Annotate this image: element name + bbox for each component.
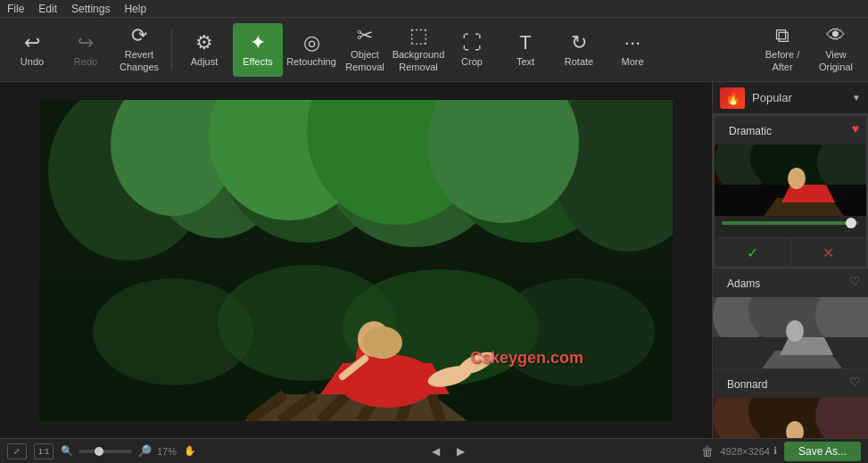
zoom-in-icon[interactable]: 🔎 [137, 444, 152, 458]
bottom-bar: ⤢ 1:1 🔍 🔎 17% ✋ ◀ ▶ 🗑 4928×3264 ℹ Save A… [0, 438, 868, 463]
save-as-button[interactable]: Save As... [784, 442, 861, 461]
effect-adams-name: Adams [720, 272, 767, 294]
category-dropdown[interactable]: 🔥 Popular ▼ [713, 82, 868, 114]
trees-svg [39, 100, 673, 421]
zoom-percent: 17% [157, 446, 177, 457]
svg-point-46 [786, 320, 804, 342]
photo-canvas: Cskeygen.com [39, 100, 673, 421]
dramatic-thumb-svg [715, 145, 866, 216]
canvas-area[interactable]: Cskeygen.com [0, 82, 712, 438]
dramatic-slider-thumb [846, 218, 856, 228]
effect-dramatic-thumb [715, 145, 866, 216]
effect-bonnard-heart[interactable]: ♡ [849, 375, 861, 389]
view-original-icon: 👁 [826, 26, 846, 45]
before-after-icon: ⧉ [775, 26, 789, 45]
effects-button[interactable]: ✦ Effects [233, 23, 283, 77]
rotate-icon: ↻ [571, 33, 587, 53]
before-after-button[interactable]: ⧉ Before /After [757, 23, 807, 77]
dropdown-arrow-icon: ▼ [852, 93, 861, 103]
fit-screen-button[interactable]: ⤢ [7, 443, 27, 459]
redo-icon: ↪ [78, 33, 94, 53]
effect-dramatic-heart[interactable]: ♥ [852, 121, 859, 136]
retouching-button[interactable]: ◎ Retouching [286, 23, 336, 77]
adjust-icon: ⚙ [195, 33, 213, 53]
hand-tool-icon[interactable]: ✋ [184, 445, 196, 457]
object-removal-icon: ✂ [357, 26, 373, 45]
background-removal-icon: ⬚ [409, 26, 428, 45]
image-info: 4928×3264 ℹ [721, 445, 777, 457]
popular-icon: 🔥 [720, 87, 745, 109]
adjust-button[interactable]: ⚙ Adjust [179, 23, 229, 77]
info-icon[interactable]: ℹ [773, 445, 777, 457]
background-removal-button[interactable]: ⬚ BackgroundRemoval [393, 23, 443, 77]
adams-thumb-svg [713, 297, 868, 368]
dramatic-actions: ✓ ✕ [715, 237, 866, 267]
dramatic-confirm-button[interactable]: ✓ [715, 238, 791, 267]
more-icon: ··· [624, 33, 641, 53]
effect-adams[interactable]: Adams ♡ [713, 269, 868, 369]
image-dimensions: 4928×3264 [721, 446, 770, 457]
menu-file[interactable]: File [7, 3, 24, 15]
more-button[interactable]: ··· More [608, 23, 657, 77]
svg-marker-45 [780, 337, 833, 355]
dramatic-slider-fill [722, 221, 852, 225]
delete-icon[interactable]: 🗑 [701, 444, 714, 459]
svg-point-38 [788, 168, 806, 189]
main-area: Cskeygen.com 🔥 Popular ▼ Dramatic ♥ [0, 82, 868, 438]
dramatic-cancel-button[interactable]: ✕ [791, 238, 867, 267]
menu-help[interactable]: Help [124, 3, 146, 15]
watermark: Cskeygen.com [470, 349, 583, 368]
bonnard-thumb-svg [713, 398, 868, 438]
effect-adams-heart[interactable]: ♡ [849, 274, 861, 288]
zoom-slider[interactable] [79, 450, 132, 453]
divider-1 [171, 30, 172, 70]
nav-prev-button[interactable]: ◀ [427, 442, 445, 460]
crop-button[interactable]: ⛶ Crop [447, 23, 497, 77]
effect-bonnard-thumb [713, 398, 868, 438]
redo-button[interactable]: ↪ Redo [61, 23, 111, 77]
revert-icon: ⟳ [131, 26, 147, 45]
undo-button[interactable]: ↩ Undo [7, 23, 57, 77]
effect-dramatic[interactable]: Dramatic ♥ [713, 114, 868, 269]
photo-background [39, 100, 673, 421]
dramatic-slider[interactable] [722, 221, 859, 225]
retouching-icon: ◎ [303, 33, 320, 53]
menu-edit[interactable]: Edit [38, 3, 57, 15]
object-removal-button[interactable]: ✂ ObjectRemoval [340, 23, 390, 77]
view-original-button[interactable]: 👁 ViewOriginal [811, 23, 861, 77]
revert-button[interactable]: ⟳ RevertChanges [114, 23, 164, 77]
svg-point-15 [494, 278, 655, 385]
zoom-slider-thumb [95, 447, 103, 456]
svg-point-27 [363, 327, 402, 359]
crop-icon: ⛶ [462, 33, 482, 53]
dropdown-label: Popular [752, 91, 845, 104]
zoom-out-icon[interactable]: 🔍 [61, 445, 73, 457]
effects-list[interactable]: Dramatic ♥ [713, 114, 868, 438]
effect-dramatic-name: Dramatic [722, 120, 779, 141]
toolbar: ↩ Undo ↪ Redo ⟳ RevertChanges ⚙ Adjust ✦… [0, 18, 868, 82]
dramatic-slider-container [715, 216, 866, 237]
right-panel: 🔥 Popular ▼ Dramatic ♥ [712, 82, 868, 438]
nav-next-button[interactable]: ▶ [452, 442, 470, 460]
svg-marker-37 [781, 185, 835, 203]
effects-icon: ✦ [250, 33, 266, 53]
text-icon: T [519, 33, 531, 53]
effect-bonnard[interactable]: Bonnard ♡ [713, 369, 868, 438]
menu-bar: File Edit Settings Help [0, 0, 868, 18]
zoom-controls: 🔍 🔎 17% [61, 444, 177, 458]
undo-icon: ↩ [24, 33, 40, 53]
effect-adams-thumb [713, 297, 868, 368]
effect-bonnard-name: Bonnard [720, 373, 774, 394]
text-button[interactable]: T Text [500, 23, 550, 77]
one-to-one-button[interactable]: 1:1 [34, 443, 54, 459]
menu-settings[interactable]: Settings [71, 3, 110, 15]
rotate-button[interactable]: ↻ Rotate [554, 23, 604, 77]
svg-point-50 [815, 398, 868, 438]
